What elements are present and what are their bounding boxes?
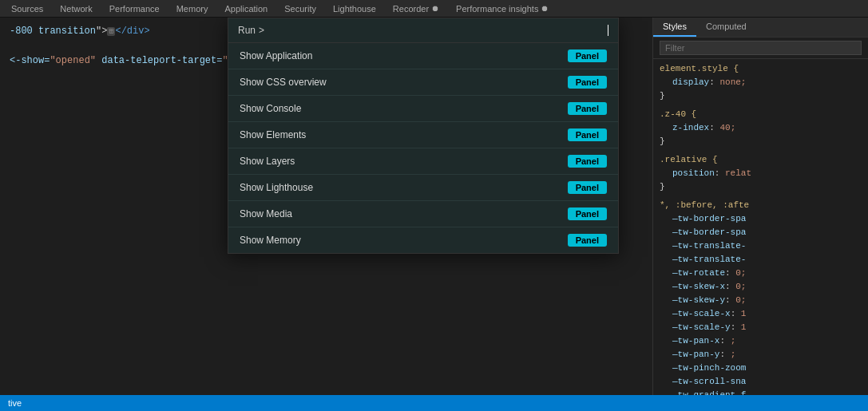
tab-bar: Sources Network Performance Memory Appli… bbox=[0, 0, 868, 18]
tab-performance[interactable]: Performance bbox=[101, 0, 168, 17]
styles-filter-input[interactable] bbox=[660, 41, 862, 55]
tab-lighthouse[interactable]: Lighthouse bbox=[325, 0, 385, 17]
recorder-icon: ⏺ bbox=[431, 4, 439, 13]
tab-memory[interactable]: Memory bbox=[168, 0, 217, 17]
css-block-relative: .relative { position: relat } bbox=[660, 153, 862, 194]
css-block-universal: *, :before, :afte —tw-border-spa —tw-bor… bbox=[660, 199, 862, 395]
panel-button-lighthouse[interactable]: Panel bbox=[568, 181, 607, 194]
command-item-show-media[interactable]: Show Media Panel bbox=[228, 201, 618, 227]
command-item-show-elements[interactable]: Show Elements Panel bbox=[228, 122, 618, 148]
panel-button-console[interactable]: Panel bbox=[568, 102, 607, 115]
panel-button-memory[interactable]: Panel bbox=[568, 234, 607, 247]
panel-button-application[interactable]: Panel bbox=[568, 49, 607, 62]
command-item-label: Show Console bbox=[240, 103, 301, 114]
command-item-label: Show Lighthouse bbox=[240, 182, 313, 193]
panel-button-elements[interactable]: Panel bbox=[568, 128, 607, 141]
tab-recorder[interactable]: Recorder ⏺ bbox=[385, 0, 448, 17]
tab-security[interactable]: Security bbox=[276, 0, 325, 17]
performance-insights-icon: ⏺ bbox=[541, 4, 549, 13]
styles-content: element.style { display: none; } .z-40 {… bbox=[653, 59, 868, 395]
tab-network[interactable]: Network bbox=[52, 0, 101, 17]
command-item-label: Show Elements bbox=[240, 129, 306, 140]
command-item-show-application[interactable]: Show Application Panel bbox=[228, 43, 618, 69]
command-item-label: Show Application bbox=[240, 50, 312, 61]
command-item-label: Show Memory bbox=[240, 235, 301, 246]
command-item-label: Show CSS overview bbox=[240, 77, 327, 88]
status-item: tive bbox=[8, 398, 22, 408]
command-input-row: Run > bbox=[228, 18, 618, 43]
tab-sources[interactable]: Sources bbox=[3, 0, 52, 17]
panel-button-media[interactable]: Panel bbox=[568, 207, 607, 220]
command-item-label: Show Media bbox=[240, 208, 292, 219]
command-item-show-css-overview[interactable]: Show CSS overview Panel bbox=[228, 69, 618, 96]
panel-button-layers[interactable]: Panel bbox=[568, 155, 607, 168]
run-label: Run bbox=[238, 25, 256, 36]
tab-application[interactable]: Application bbox=[216, 0, 276, 17]
tab-performance-insights[interactable]: Performance insights ⏺ bbox=[448, 0, 557, 17]
command-item-show-layers[interactable]: Show Layers Panel bbox=[228, 148, 618, 175]
panel-button-css-overview[interactable]: Panel bbox=[568, 76, 607, 89]
css-block-z40: .z-40 { z-index: 40; } bbox=[660, 108, 862, 148]
command-item-show-lighthouse[interactable]: Show Lighthouse Panel bbox=[228, 175, 618, 201]
command-arrow: > bbox=[259, 25, 264, 36]
command-item-label: Show Layers bbox=[240, 156, 295, 167]
command-input[interactable] bbox=[268, 25, 604, 36]
status-bar: tive bbox=[0, 395, 868, 411]
styles-filter bbox=[653, 38, 868, 59]
cursor-blink bbox=[608, 25, 608, 36]
command-item-show-console[interactable]: Show Console Panel bbox=[228, 96, 618, 122]
styles-panel: Styles Computed element.style { display:… bbox=[652, 18, 868, 395]
command-item-show-memory[interactable]: Show Memory Panel bbox=[228, 227, 618, 253]
css-block-element-style: element.style { display: none; } bbox=[660, 62, 862, 103]
styles-tab-bar: Styles Computed bbox=[653, 18, 868, 38]
styles-tab-styles[interactable]: Styles bbox=[653, 18, 696, 37]
main-area: -800 transition">⊞</div> <-show="opened"… bbox=[0, 18, 868, 395]
styles-tab-computed[interactable]: Computed bbox=[696, 18, 756, 37]
command-palette: Run > Show Application Panel Show CSS ov… bbox=[228, 18, 619, 254]
